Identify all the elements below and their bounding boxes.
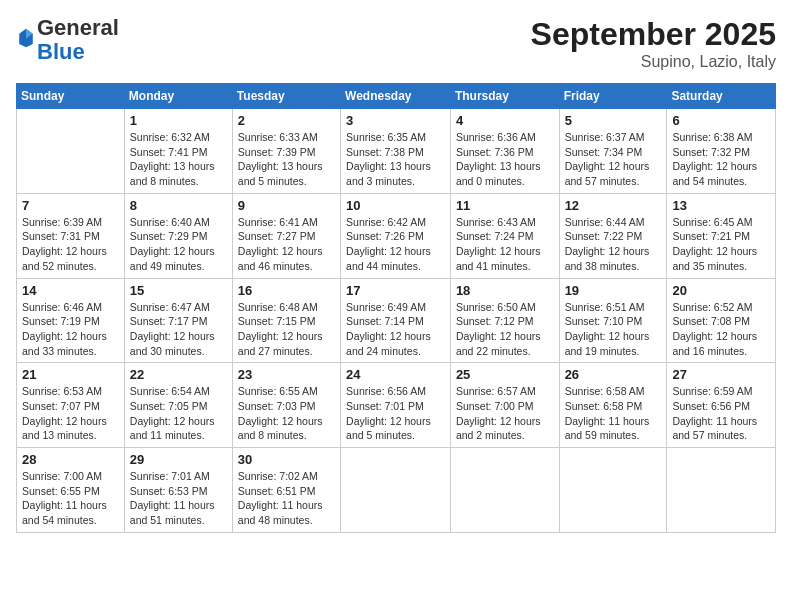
- day-number: 1: [130, 113, 227, 128]
- calendar-col-header: Sunday: [17, 84, 125, 109]
- day-info: Sunrise: 6:40 AM Sunset: 7:29 PM Dayligh…: [130, 215, 227, 274]
- day-number: 8: [130, 198, 227, 213]
- day-info: Sunrise: 6:55 AM Sunset: 7:03 PM Dayligh…: [238, 384, 335, 443]
- month-title: September 2025: [531, 16, 776, 53]
- calendar-cell: 22Sunrise: 6:54 AM Sunset: 7:05 PM Dayli…: [124, 363, 232, 448]
- day-info: Sunrise: 6:44 AM Sunset: 7:22 PM Dayligh…: [565, 215, 662, 274]
- day-info: Sunrise: 6:38 AM Sunset: 7:32 PM Dayligh…: [672, 130, 770, 189]
- calendar-cell: [450, 448, 559, 533]
- day-info: Sunrise: 6:48 AM Sunset: 7:15 PM Dayligh…: [238, 300, 335, 359]
- calendar-col-header: Tuesday: [232, 84, 340, 109]
- day-info: Sunrise: 7:01 AM Sunset: 6:53 PM Dayligh…: [130, 469, 227, 528]
- day-number: 21: [22, 367, 119, 382]
- calendar-week-row: 28Sunrise: 7:00 AM Sunset: 6:55 PM Dayli…: [17, 448, 776, 533]
- calendar-cell: 2Sunrise: 6:33 AM Sunset: 7:39 PM Daylig…: [232, 109, 340, 194]
- day-info: Sunrise: 6:36 AM Sunset: 7:36 PM Dayligh…: [456, 130, 554, 189]
- calendar-cell: 17Sunrise: 6:49 AM Sunset: 7:14 PM Dayli…: [341, 278, 451, 363]
- calendar-cell: 23Sunrise: 6:55 AM Sunset: 7:03 PM Dayli…: [232, 363, 340, 448]
- calendar-week-row: 1Sunrise: 6:32 AM Sunset: 7:41 PM Daylig…: [17, 109, 776, 194]
- day-info: Sunrise: 6:32 AM Sunset: 7:41 PM Dayligh…: [130, 130, 227, 189]
- day-number: 14: [22, 283, 119, 298]
- day-number: 5: [565, 113, 662, 128]
- calendar-cell: [341, 448, 451, 533]
- calendar-cell: 24Sunrise: 6:56 AM Sunset: 7:01 PM Dayli…: [341, 363, 451, 448]
- calendar-cell: 7Sunrise: 6:39 AM Sunset: 7:31 PM Daylig…: [17, 193, 125, 278]
- day-info: Sunrise: 6:39 AM Sunset: 7:31 PM Dayligh…: [22, 215, 119, 274]
- calendar-cell: 4Sunrise: 6:36 AM Sunset: 7:36 PM Daylig…: [450, 109, 559, 194]
- day-number: 20: [672, 283, 770, 298]
- calendar-col-header: Saturday: [667, 84, 776, 109]
- calendar-header-row: SundayMondayTuesdayWednesdayThursdayFrid…: [17, 84, 776, 109]
- day-number: 22: [130, 367, 227, 382]
- title-block: September 2025 Supino, Lazio, Italy: [531, 16, 776, 71]
- header: General Blue September 2025 Supino, Lazi…: [16, 16, 776, 71]
- calendar-cell: 15Sunrise: 6:47 AM Sunset: 7:17 PM Dayli…: [124, 278, 232, 363]
- calendar-cell: [17, 109, 125, 194]
- day-info: Sunrise: 6:51 AM Sunset: 7:10 PM Dayligh…: [565, 300, 662, 359]
- calendar-cell: 6Sunrise: 6:38 AM Sunset: 7:32 PM Daylig…: [667, 109, 776, 194]
- day-info: Sunrise: 6:35 AM Sunset: 7:38 PM Dayligh…: [346, 130, 445, 189]
- day-number: 11: [456, 198, 554, 213]
- calendar-cell: 27Sunrise: 6:59 AM Sunset: 6:56 PM Dayli…: [667, 363, 776, 448]
- logo-icon: [17, 27, 35, 49]
- day-number: 25: [456, 367, 554, 382]
- logo-text: General Blue: [37, 16, 119, 64]
- day-number: 3: [346, 113, 445, 128]
- calendar-week-row: 14Sunrise: 6:46 AM Sunset: 7:19 PM Dayli…: [17, 278, 776, 363]
- day-info: Sunrise: 6:56 AM Sunset: 7:01 PM Dayligh…: [346, 384, 445, 443]
- calendar-col-header: Thursday: [450, 84, 559, 109]
- day-number: 24: [346, 367, 445, 382]
- calendar-cell: 11Sunrise: 6:43 AM Sunset: 7:24 PM Dayli…: [450, 193, 559, 278]
- day-info: Sunrise: 6:45 AM Sunset: 7:21 PM Dayligh…: [672, 215, 770, 274]
- calendar-cell: [559, 448, 667, 533]
- day-info: Sunrise: 6:42 AM Sunset: 7:26 PM Dayligh…: [346, 215, 445, 274]
- day-number: 17: [346, 283, 445, 298]
- calendar-cell: 13Sunrise: 6:45 AM Sunset: 7:21 PM Dayli…: [667, 193, 776, 278]
- day-number: 10: [346, 198, 445, 213]
- calendar-cell: 19Sunrise: 6:51 AM Sunset: 7:10 PM Dayli…: [559, 278, 667, 363]
- calendar-cell: 18Sunrise: 6:50 AM Sunset: 7:12 PM Dayli…: [450, 278, 559, 363]
- day-info: Sunrise: 6:50 AM Sunset: 7:12 PM Dayligh…: [456, 300, 554, 359]
- day-number: 2: [238, 113, 335, 128]
- calendar-cell: 5Sunrise: 6:37 AM Sunset: 7:34 PM Daylig…: [559, 109, 667, 194]
- day-number: 19: [565, 283, 662, 298]
- logo-blue: Blue: [37, 39, 85, 64]
- day-number: 30: [238, 452, 335, 467]
- day-number: 29: [130, 452, 227, 467]
- day-info: Sunrise: 6:37 AM Sunset: 7:34 PM Dayligh…: [565, 130, 662, 189]
- logo: General Blue: [16, 16, 119, 64]
- day-number: 12: [565, 198, 662, 213]
- day-number: 6: [672, 113, 770, 128]
- day-info: Sunrise: 6:47 AM Sunset: 7:17 PM Dayligh…: [130, 300, 227, 359]
- page: General Blue September 2025 Supino, Lazi…: [0, 0, 792, 612]
- day-info: Sunrise: 7:02 AM Sunset: 6:51 PM Dayligh…: [238, 469, 335, 528]
- day-info: Sunrise: 6:59 AM Sunset: 6:56 PM Dayligh…: [672, 384, 770, 443]
- day-info: Sunrise: 6:53 AM Sunset: 7:07 PM Dayligh…: [22, 384, 119, 443]
- calendar-cell: 3Sunrise: 6:35 AM Sunset: 7:38 PM Daylig…: [341, 109, 451, 194]
- calendar-cell: 20Sunrise: 6:52 AM Sunset: 7:08 PM Dayli…: [667, 278, 776, 363]
- day-info: Sunrise: 6:52 AM Sunset: 7:08 PM Dayligh…: [672, 300, 770, 359]
- day-info: Sunrise: 7:00 AM Sunset: 6:55 PM Dayligh…: [22, 469, 119, 528]
- day-number: 7: [22, 198, 119, 213]
- calendar-cell: 14Sunrise: 6:46 AM Sunset: 7:19 PM Dayli…: [17, 278, 125, 363]
- day-number: 27: [672, 367, 770, 382]
- calendar-week-row: 21Sunrise: 6:53 AM Sunset: 7:07 PM Dayli…: [17, 363, 776, 448]
- day-number: 26: [565, 367, 662, 382]
- day-info: Sunrise: 6:57 AM Sunset: 7:00 PM Dayligh…: [456, 384, 554, 443]
- calendar-cell: 29Sunrise: 7:01 AM Sunset: 6:53 PM Dayli…: [124, 448, 232, 533]
- calendar-cell: 10Sunrise: 6:42 AM Sunset: 7:26 PM Dayli…: [341, 193, 451, 278]
- calendar-cell: 9Sunrise: 6:41 AM Sunset: 7:27 PM Daylig…: [232, 193, 340, 278]
- day-number: 9: [238, 198, 335, 213]
- day-number: 4: [456, 113, 554, 128]
- calendar-cell: 16Sunrise: 6:48 AM Sunset: 7:15 PM Dayli…: [232, 278, 340, 363]
- day-info: Sunrise: 6:54 AM Sunset: 7:05 PM Dayligh…: [130, 384, 227, 443]
- day-info: Sunrise: 6:58 AM Sunset: 6:58 PM Dayligh…: [565, 384, 662, 443]
- day-number: 18: [456, 283, 554, 298]
- day-info: Sunrise: 6:49 AM Sunset: 7:14 PM Dayligh…: [346, 300, 445, 359]
- calendar-cell: 25Sunrise: 6:57 AM Sunset: 7:00 PM Dayli…: [450, 363, 559, 448]
- day-number: 16: [238, 283, 335, 298]
- calendar-col-header: Monday: [124, 84, 232, 109]
- calendar-cell: 1Sunrise: 6:32 AM Sunset: 7:41 PM Daylig…: [124, 109, 232, 194]
- day-info: Sunrise: 6:43 AM Sunset: 7:24 PM Dayligh…: [456, 215, 554, 274]
- calendar-cell: 30Sunrise: 7:02 AM Sunset: 6:51 PM Dayli…: [232, 448, 340, 533]
